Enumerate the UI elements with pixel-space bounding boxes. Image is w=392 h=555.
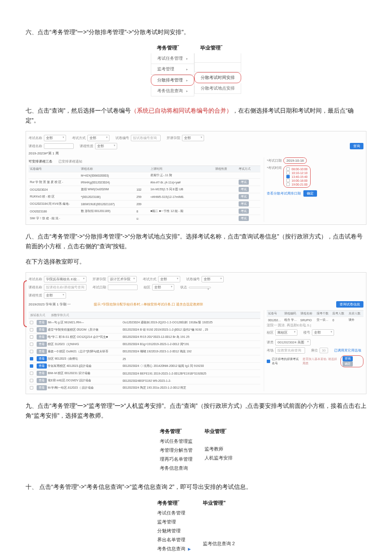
- checkbox-icon[interactable]: [30, 335, 33, 339]
- menu-item[interactable]: 考务信息查询▸: [151, 86, 194, 96]
- subtab-class[interactable]: 按数学班方式: [51, 313, 69, 317]
- input-seat[interactable]: 30: [320, 348, 328, 353]
- input-room[interactable]: 按教室名称查询: [275, 347, 305, 354]
- row-action-button[interactable]: 查看: [37, 371, 47, 376]
- input-date[interactable]: [108, 285, 138, 290]
- tab-can-arrange[interactable]: 可安排课程三条: [29, 159, 52, 164]
- checkbox-icon[interactable]: [286, 175, 290, 178]
- menu-item[interactable]: 考试任务管理▸: [151, 53, 194, 64]
- table-row[interactable]: 查看 校区 312023（1)%IH/G0012023024 B1g+19120…: [29, 341, 260, 348]
- time-option[interactable]: 13:40-15:40: [291, 175, 307, 178]
- menu-sub-place[interactable]: 分散考试地点安排: [194, 83, 241, 94]
- row-action-button[interactable]: 查看: [37, 334, 47, 340]
- mode-button[interactable]: 考试: [239, 201, 249, 206]
- table-row[interactable]: RUKKe3 校 - 校 区*(0012023186)259<#IHM5-S15…: [29, 193, 260, 200]
- menu-item-fensan[interactable]: 分散排考管理▸: [151, 75, 194, 86]
- menu-sub[interactable]: 人机监考安排: [199, 453, 239, 462]
- checkbox-icon[interactable]: [30, 357, 33, 360]
- confirm-button[interactable]: 确定: [303, 190, 317, 197]
- checkbox-icon[interactable]: [30, 328, 33, 331]
- checkbox-icon[interactable]: [286, 179, 290, 182]
- menu-sub-time[interactable]: 分散考试时间安排: [194, 72, 241, 83]
- mode-button[interactable]: 考试: [239, 194, 249, 199]
- menu-item[interactable]: 理再巧名单管理: [154, 455, 199, 464]
- checkbox-icon[interactable]: [30, 372, 33, 375]
- menu-item[interactable]: 考务信息查询 ▶: [151, 544, 197, 553]
- menu-sub[interactable]: 监考信息查询 2: [197, 539, 241, 548]
- side-confirm-button[interactable]: 确定: [343, 361, 353, 366]
- select-ctype[interactable]: 全部: [44, 292, 66, 299]
- checkbox-icon[interactable]: [30, 350, 33, 353]
- checkbox-icon[interactable]: [30, 379, 33, 382]
- menu-item[interactable]: 分魅烤管理: [151, 526, 197, 535]
- mode-button[interactable]: 考试: [239, 209, 249, 214]
- checkbox-icon[interactable]: [286, 167, 290, 171]
- select-state[interactable]: [189, 287, 211, 288]
- tab-arranged[interactable]: 已安排课程通知: [58, 159, 82, 164]
- checkbox-icon[interactable]: [30, 386, 33, 389]
- checkbox-icon[interactable]: [286, 183, 290, 186]
- table-row[interactable]: 查看 BMr-M 校区 00120231 设计場倫0012023024 BEFE…: [29, 370, 260, 377]
- time-option[interactable]: 10:10-12:10: [291, 171, 307, 174]
- input-course[interactable]: [44, 143, 74, 149]
- side-query-button[interactable]: 查询: [343, 356, 353, 361]
- table-row[interactable]: OO12023184.同 KV4/系-菊地-186W19UE(001202118…: [29, 200, 260, 208]
- select-paper[interactable]: 全部: [202, 276, 224, 282]
- table-row[interactable]: 查看 学拓军用校区 4012023.|設計場侖0012023024 ◇ 項用心 …: [29, 363, 260, 370]
- table-row[interactable]: 查看 通堂*学院安得篁校区 052OM（及计做0012023024 B 锚 91…: [29, 326, 260, 334]
- checkbox-icon[interactable]: [30, 364, 33, 368]
- link-options[interactable]: 已调用其它用选项: [334, 348, 361, 353]
- row-action-button[interactable]: 查看: [37, 342, 47, 347]
- time-option[interactable]: 08:00-10:00: [291, 168, 307, 171]
- input-paper[interactable]: 按试卷编号查询: [131, 135, 161, 141]
- date-picker[interactable]: 2019-10-16: [283, 157, 307, 164]
- row-action-button[interactable]: 查看: [37, 378, 47, 383]
- table-row[interactable]: 查看 電E宿 m哈区.OO1M2V 設計場侖0012023024BSFS192 …: [29, 377, 260, 384]
- link-view-week[interactable]: 查看分散考试周排日期: [267, 191, 301, 196]
- select-side-campus[interactable]: 南校区: [275, 329, 297, 336]
- mode-button[interactable]: 考试: [239, 187, 249, 192]
- time-option[interactable]: 19:00-21:00: [291, 183, 307, 186]
- menu-item[interactable]: 监考管理▸: [151, 64, 194, 75]
- checkbox-icon[interactable]: [267, 360, 270, 363]
- menu-item[interactable]: 考管理分解当管: [154, 446, 199, 455]
- query-button[interactable]: 查询: [350, 143, 363, 149]
- table-row[interactable]: OO12023024篇假 WWI(Ool202IIM1021m-M155(1 5…: [29, 186, 260, 193]
- select-mode[interactable]: 全部: [158, 276, 180, 282]
- row-action-button[interactable]: 查看: [37, 385, 47, 390]
- table-row[interactable]: OOI2023186数 形制領 001201189)8■期二 ■一节性 12 能…: [29, 208, 260, 215]
- row-action-button[interactable]: 查看: [37, 349, 47, 354]
- time-option[interactable]: 16:00-18:00: [291, 179, 307, 182]
- select-build[interactable]: 全部: [312, 329, 334, 336]
- menu-item[interactable]: 考试任务管理: [151, 509, 197, 517]
- select-dept[interactable]: 设计艺术学院: [108, 276, 137, 282]
- checkbox-icon[interactable]: [30, 343, 33, 346]
- table-row[interactable]: Rur 学 院 置 篁 废 校 区 -IRhHKg(0012023024)#im…: [29, 179, 260, 186]
- select-exam[interactable]: 全部: [44, 135, 66, 141]
- table-row[interactable]: M+#2X(0066020003)星期节:正-.11 附: [29, 172, 260, 179]
- menu-item[interactable]: 考务信息查询: [154, 464, 199, 473]
- row-action-button[interactable]: 查看: [37, 327, 47, 332]
- select-campus[interactable]: 全部: [152, 284, 174, 291]
- mode-button[interactable]: 考试: [239, 216, 249, 221]
- table-row[interactable]: 查看 段区 9012023（由倩论 25: [29, 355, 260, 363]
- table-row[interactable]: SMr 字！惊 建 - 能 混 -ù:考试: [29, 215, 260, 222]
- row-action-button[interactable]: 查看: [37, 363, 47, 369]
- query-paper-info-button[interactable]: 查询试卷信息: [336, 301, 363, 308]
- select-exam[interactable]: 学院反存南校名.E校…: [44, 276, 86, 282]
- table-row[interactable]: 查看 M-学/剛一哈区.812023（ 設計場侖0012023024 陶芝 19…: [29, 384, 260, 392]
- checkbox-icon[interactable]: [30, 321, 33, 324]
- table-row[interactable]: 查看 遍盘一0 校区 OoIM21（总计*|刘變与建夫研否0012023024 …: [29, 348, 260, 355]
- subtab-paper[interactable]: 按试卷方式: [30, 313, 45, 317]
- menu-item[interactable]: 界出名单管理: [151, 535, 197, 544]
- select-type[interactable]: 0012023024 美图: [275, 339, 311, 346]
- input-course[interactable]: 按课程名称/课程编号查询: [44, 284, 86, 291]
- row-action-button[interactable]: 查看: [37, 320, 47, 325]
- mode-button[interactable]: 考试: [239, 180, 249, 185]
- menu-sub[interactable]: 监考教师: [199, 445, 239, 453]
- select-mode[interactable]: 全部: [87, 135, 110, 141]
- table-row[interactable]: 查看 IM—句 g 区 961M21./RH—Oo12023024 通晓例 20…: [29, 319, 260, 326]
- select-ctype[interactable]: 全部: [95, 143, 117, 149]
- checkbox-icon[interactable]: [286, 171, 290, 174]
- menu-item[interactable]: 考试任务管理监: [154, 437, 199, 446]
